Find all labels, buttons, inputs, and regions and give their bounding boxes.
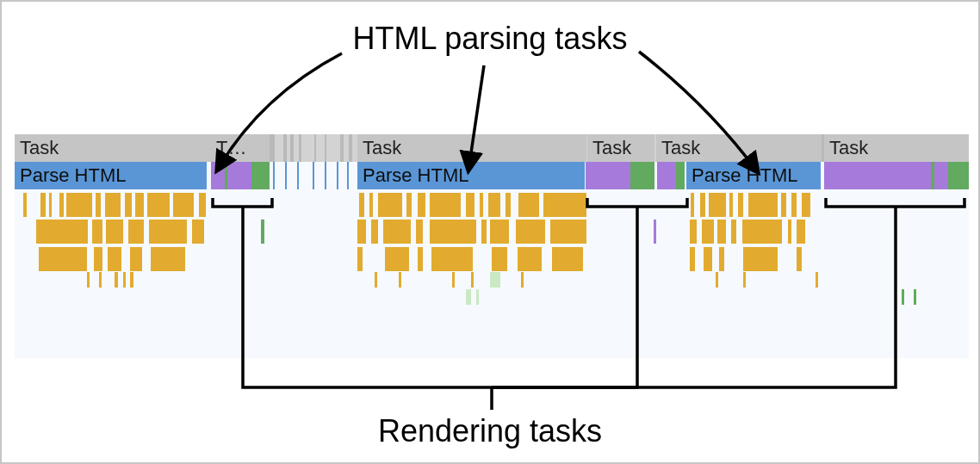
- flame-block: [452, 272, 455, 288]
- flame-block: [192, 220, 204, 244]
- flame-block: [261, 220, 264, 244]
- flame-block: [709, 193, 726, 217]
- performance-trace: TaskT…TaskTaskTaskTask Parse HTMLParse H…: [15, 134, 969, 358]
- flame-row-3: [15, 247, 969, 271]
- flame-block: [506, 193, 511, 217]
- flame-block: [518, 193, 539, 217]
- flame-block: [481, 220, 487, 244]
- flame-block: [359, 193, 364, 217]
- parse-html-segment: Parse HTML: [15, 162, 207, 189]
- flame-block: [66, 193, 92, 217]
- flame-block: [130, 247, 142, 271]
- flame-block: [23, 193, 27, 217]
- flame-block: [430, 220, 476, 244]
- flame-block: [552, 247, 583, 271]
- flame-block: [729, 193, 733, 217]
- task-segment: Task: [15, 134, 211, 162]
- flame-block: [96, 193, 101, 217]
- task-minor-segment: [314, 134, 316, 162]
- flame-block: [418, 193, 425, 217]
- flame-block: [399, 272, 401, 288]
- flame-row-1: [15, 193, 969, 217]
- flame-block: [123, 272, 126, 288]
- task-minor-segment: [349, 134, 352, 162]
- flame-block: [149, 220, 187, 244]
- flame-block: [87, 272, 90, 288]
- flame-block: [94, 247, 102, 271]
- flame-block: [105, 193, 121, 217]
- flame-block: [466, 193, 474, 217]
- flame-block: [128, 220, 144, 244]
- flame-block: [135, 193, 144, 217]
- flame-block: [466, 289, 471, 305]
- flame-block: [492, 247, 507, 271]
- flame-block: [357, 247, 363, 271]
- task-segment: Task: [587, 134, 654, 162]
- flame-block: [36, 220, 88, 244]
- flame-block: [476, 289, 479, 305]
- flame-block: [748, 193, 778, 217]
- flame-block: [521, 272, 524, 288]
- parse-html-segment: Parse HTML: [357, 162, 585, 189]
- flame-block: [357, 220, 366, 244]
- flame-block: [550, 220, 586, 244]
- flame-block: [151, 247, 185, 271]
- flame-block: [173, 193, 194, 217]
- flame-block: [418, 247, 423, 271]
- flame-block: [797, 247, 802, 271]
- flame-block: [691, 193, 694, 217]
- row2-stripe: [297, 162, 299, 189]
- row2-stripe: [285, 162, 287, 189]
- flame-block: [791, 193, 797, 217]
- row2-stripe: [313, 162, 314, 189]
- flame-block: [39, 247, 87, 271]
- task-segment: T…: [211, 134, 270, 162]
- flame-block: [743, 247, 778, 271]
- flame-block: [802, 193, 810, 217]
- flame-block: [108, 247, 121, 271]
- render-segment: [824, 162, 969, 189]
- flame-block: [471, 272, 474, 288]
- task-row: TaskT…TaskTaskTaskTask: [15, 134, 969, 162]
- task-minor-segment: [283, 134, 287, 162]
- render-segment: [211, 162, 270, 189]
- flame-row-5: [15, 289, 969, 305]
- flame-block: [480, 193, 483, 217]
- flame-block: [788, 220, 791, 244]
- flame-block: [738, 193, 743, 217]
- task-segment: Task: [357, 134, 586, 162]
- task-minor-segment: [270, 134, 275, 162]
- task-minor-segment: [290, 134, 294, 162]
- parse-html-segment: Parse HTML: [686, 162, 821, 189]
- top-annotation-label: HTML parsing tasks: [353, 21, 628, 57]
- flame-block: [147, 193, 170, 217]
- flame-block: [59, 193, 64, 217]
- flame-block: [690, 220, 697, 244]
- flame-block: [490, 272, 500, 288]
- flame-block: [125, 193, 132, 217]
- task-minor-segment: [325, 134, 326, 162]
- flame-block: [130, 272, 133, 288]
- flame-block: [369, 193, 373, 217]
- task-segment: Task: [824, 134, 969, 162]
- flame-block: [743, 272, 746, 288]
- parse-render-row: Parse HTMLParse HTMLParse HTML: [15, 162, 969, 189]
- flame-block: [488, 193, 500, 217]
- task-minor-segment: [299, 134, 301, 162]
- row2-stripe: [347, 162, 349, 189]
- diagram-frame: HTML parsing tasks Rendering tasks TaskT…: [0, 0, 980, 464]
- flame-block: [92, 220, 102, 244]
- bottom-annotation-label: Rendering tasks: [378, 413, 602, 449]
- row2-stripe: [325, 162, 326, 189]
- flame-block: [199, 193, 206, 217]
- flame-block: [717, 220, 726, 244]
- row2-stripe: [337, 162, 338, 189]
- flame-block: [816, 272, 818, 288]
- flame-block: [654, 220, 656, 244]
- task-segment: Task: [656, 134, 822, 162]
- render-segment: [657, 162, 685, 189]
- flame-block: [781, 193, 786, 217]
- flame-block: [378, 193, 402, 217]
- flame-block: [375, 272, 377, 288]
- flame-block: [115, 272, 118, 288]
